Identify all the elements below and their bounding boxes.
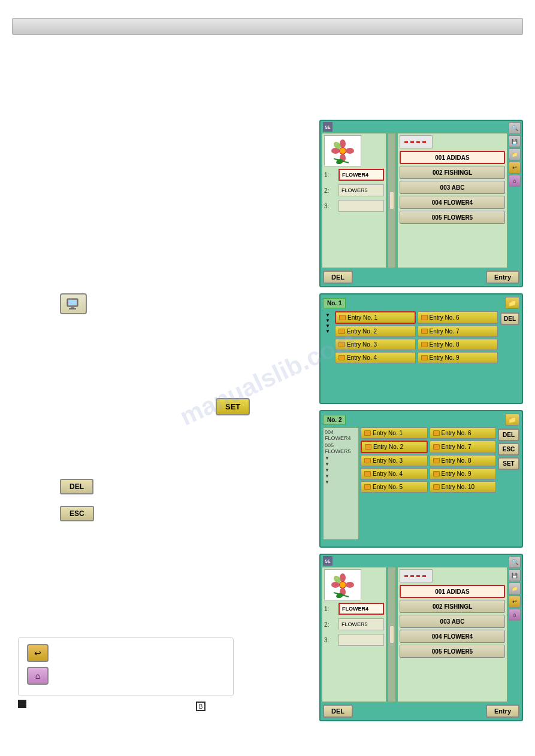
panel2-entry-1[interactable]: Entry No. 1 — [335, 311, 416, 324]
entry-label-8: Entry No. 8 — [430, 341, 460, 348]
p3-entry-label-7: Entry No. 7 — [442, 444, 471, 450]
panel1-left-col: 1: FLOWER4 2: FLOWER5 3: — [322, 133, 386, 268]
p4-pattern-field-1[interactable]: FLOWER4 — [338, 603, 384, 615]
list-item-002[interactable]: 002 FISHINGL — [400, 166, 505, 179]
folder-icon-7 — [421, 329, 428, 334]
folder-icon-3 — [338, 342, 345, 347]
panel4-del-btn[interactable]: DEL — [323, 705, 353, 718]
p4-pattern-field-3[interactable] — [338, 634, 384, 646]
panel1-logo: SE — [323, 122, 333, 132]
folder-icon-8 — [421, 342, 428, 347]
pattern-field-3[interactable] — [338, 200, 384, 212]
pattern-field-2[interactable]: FLOWER5 — [338, 184, 384, 196]
panel4-zoom-btn[interactable]: 🔍 — [509, 556, 521, 568]
panel4-scroll-thumb[interactable] — [389, 626, 394, 643]
pattern-field-1[interactable]: FLOWER4 — [338, 169, 384, 181]
panel4-scrollbar — [388, 567, 396, 702]
panel4-folder-btn[interactable]: 📁 — [509, 582, 521, 594]
panel2-entry-7[interactable]: Entry No. 7 — [418, 326, 498, 337]
panel1-scrollbar — [388, 133, 396, 268]
panel1-home-btn[interactable]: ⌂ — [509, 175, 521, 187]
note-home-btn[interactable]: ⌂ — [27, 667, 49, 685]
panel2-entry-6[interactable]: Entry No. 6 — [418, 311, 498, 324]
panel4-save-btn[interactable]: 💾 — [509, 569, 521, 581]
panel3-entry-3[interactable]: Entry No. 3 — [361, 455, 428, 466]
panel4-home-btn[interactable]: ⌂ — [509, 609, 521, 621]
panel3-del-btn[interactable]: DEL — [498, 429, 519, 441]
panel3-entry-9[interactable]: Entry No. 9 — [430, 468, 497, 479]
panel3-side-btns: DEL ESC SET — [498, 427, 519, 540]
panel1-scroll-thumb[interactable] — [389, 192, 394, 210]
panel4-back-btn[interactable]: ↩ — [509, 596, 521, 608]
p3-entry-label-6: Entry No. 6 — [442, 430, 471, 436]
panel3-entry-4[interactable]: Entry No. 4 — [361, 468, 428, 479]
panel4-pattern-preview-small — [400, 569, 433, 582]
panel3-entry-2[interactable]: Entry No. 2 — [361, 441, 428, 453]
flower-svg — [328, 138, 358, 164]
entry-label-3: Entry No. 3 — [347, 341, 377, 348]
entry-label-9: Entry No. 9 — [430, 354, 460, 361]
p4-pattern-num-1: 1: — [324, 606, 336, 612]
scroll-item-2: 005 FLOWER5 — [325, 442, 357, 454]
note-box: ↩ ⌂ — [18, 637, 234, 696]
list-item-001[interactable]: 001 ADIDAS — [400, 151, 505, 164]
small-square-indicator — [18, 700, 26, 708]
monitor-icon-btn[interactable] — [60, 293, 87, 314]
p4-list-item-001[interactable]: 001 ADIDAS — [400, 585, 505, 598]
pattern-row-3: 3: — [324, 200, 384, 212]
p4-list-item-005[interactable]: 005 FLOWER5 — [400, 645, 505, 658]
svg-rect-1 — [68, 300, 77, 305]
note-back-btn[interactable]: ↩ — [27, 644, 49, 662]
p4-list-item-002[interactable]: 002 FISHINGL — [400, 600, 505, 613]
panel3-set-btn[interactable]: SET — [498, 457, 519, 470]
panel3-entry-7[interactable]: Entry No. 7 — [430, 441, 497, 453]
list-item-003[interactable]: 003 ABC — [400, 181, 505, 194]
panel2-del-btn[interactable]: DEL — [500, 312, 519, 325]
p4-list-item-003[interactable]: 003 ABC — [400, 615, 505, 628]
panel3-entry-10[interactable]: Entry No. 10 — [430, 481, 497, 493]
p4-pattern-num-2: 2: — [324, 621, 336, 628]
del-button-left[interactable]: DEL — [60, 479, 93, 494]
set-button[interactable]: SET — [216, 398, 250, 415]
folder-icon-9 — [421, 355, 428, 360]
panel1-folder-btn[interactable]: 📁 — [509, 148, 521, 160]
panel2-entry-9[interactable]: Entry No. 9 — [418, 352, 498, 363]
folder-icon-p3-7 — [433, 444, 440, 450]
panel3-content: 004 FLOWER4 005 FLOWER5 ▼ ▼ ▼ ▼ ▼ Entry … — [323, 427, 519, 540]
p4-list-item-004[interactable]: 004 FLOWER4 — [400, 630, 505, 643]
list-item-005[interactable]: 005 FLOWER5 — [400, 211, 505, 224]
panel1-zoom-btn[interactable]: 🔍 — [509, 122, 521, 134]
panel3-entry-8[interactable]: Entry No. 8 — [430, 455, 497, 466]
esc-button-left[interactable]: ESC — [60, 506, 94, 521]
panel1-save-btn[interactable]: 💾 — [509, 135, 521, 147]
panel2-entry-4[interactable]: Entry No. 4 — [335, 352, 416, 363]
panel3-no-label: No. 2 — [323, 415, 346, 425]
panel3-folder-icon[interactable]: 📁 — [505, 414, 519, 426]
folder-icon-p3-4 — [364, 471, 371, 476]
list-item-004[interactable]: 004 FLOWER4 — [400, 196, 505, 209]
entry-label-1: Entry No. 1 — [347, 314, 377, 321]
panel2-content: ▼ ▼ ▼ ▼ Entry No. 1 Entry No. 6 Entry No… — [323, 311, 519, 363]
panel1-pattern-preview-small — [400, 135, 433, 148]
panel2-scroll-col: ▼ ▼ ▼ ▼ — [323, 311, 333, 363]
panel3-entry-6[interactable]: Entry No. 6 — [430, 427, 497, 439]
panel2-folder-icon[interactable]: 📁 — [505, 297, 519, 309]
panel1-entry-btn[interactable]: Entry — [486, 271, 519, 284]
panel2-entry-8[interactable]: Entry No. 8 — [418, 339, 498, 350]
panel2-entry-3[interactable]: Entry No. 3 — [335, 339, 416, 350]
panel3-entry-5[interactable]: Entry No. 5 — [361, 481, 428, 493]
p4-pattern-field-2[interactable]: FLOWER5 — [338, 618, 384, 630]
entry-label-6: Entry No. 6 — [430, 314, 460, 321]
panel3-entry-1[interactable]: Entry No. 1 — [361, 427, 428, 439]
panel2-entry-2[interactable]: Entry No. 2 — [335, 326, 416, 337]
panel3-esc-btn[interactable]: ESC — [498, 443, 519, 456]
panel1-del-btn[interactable]: DEL — [323, 271, 353, 284]
svg-point-20 — [340, 582, 346, 588]
monitor-svg — [67, 298, 81, 310]
folder-icon-6 — [421, 315, 428, 320]
panel4-left-col: 1: FLOWER4 2: FLOWER5 3: — [322, 567, 386, 702]
monitor-icon-area — [60, 293, 87, 314]
panel4-entry-btn[interactable]: Entry — [486, 705, 519, 718]
folder-icon-p3-2 — [365, 444, 371, 450]
panel1-back-btn[interactable]: ↩ — [509, 162, 521, 174]
